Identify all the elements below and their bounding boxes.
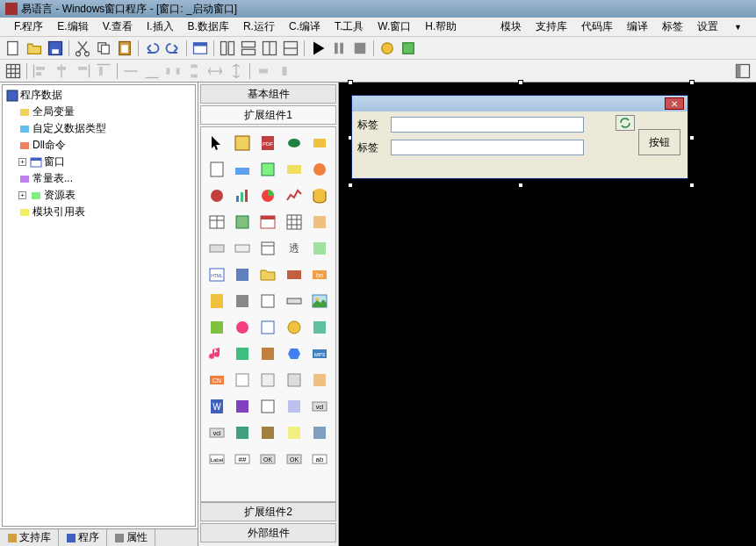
selection-handle[interactable] [518, 183, 523, 188]
tab-external-components[interactable]: 外部组件 [200, 523, 336, 542]
image-icon[interactable] [308, 289, 332, 313]
tab-property[interactable]: 属性 [107, 529, 155, 546]
right-settings[interactable]: 设置 [690, 18, 725, 36]
comp-icon-36[interactable] [205, 315, 228, 340]
menu-edit[interactable]: E.编辑 [50, 18, 95, 36]
comp-icon-25[interactable] [308, 236, 332, 261]
menu-insert[interactable]: I.插入 [140, 18, 181, 36]
comp-icon-27[interactable] [230, 262, 254, 287]
panel-dock-button[interactable] [733, 61, 752, 81]
calendar-icon[interactable] [256, 210, 280, 234]
form-designer[interactable]: ✕ 标签 标签 按钮 [351, 95, 688, 179]
new-button[interactable] [4, 39, 23, 58]
comp-icon-43[interactable] [256, 341, 280, 366]
comp-icon-31[interactable] [205, 289, 228, 313]
right-compile[interactable]: 编译 [620, 18, 655, 36]
menu-help[interactable]: H.帮助 [418, 18, 464, 36]
comp-icon-32[interactable] [230, 289, 254, 313]
paste-button[interactable] [115, 39, 134, 58]
same-width-button[interactable] [205, 61, 225, 81]
comp-icon-9[interactable] [282, 157, 306, 182]
layout1-button[interactable] [218, 39, 237, 58]
tree-item-res[interactable]: + 资源表 [4, 187, 193, 204]
menu-database[interactable]: B.数据库 [181, 18, 236, 36]
comp-icon-38[interactable] [256, 315, 280, 340]
comp-icon-23[interactable] [256, 236, 280, 261]
mp3-icon[interactable]: MP3 [308, 341, 332, 366]
tab-support[interactable]: 支持库 [0, 529, 59, 546]
menu-compile[interactable]: C.编译 [282, 18, 328, 36]
comp-icon-40[interactable] [308, 315, 332, 340]
comp-icon-59[interactable] [282, 420, 306, 445]
layout4-button[interactable] [281, 39, 300, 58]
align-center-h-button[interactable] [52, 61, 71, 81]
comp-icon-34[interactable] [282, 289, 306, 313]
menu-program[interactable]: F.程序 [7, 18, 50, 36]
comp-icon-21[interactable] [205, 236, 228, 261]
ok2-icon[interactable]: OK [282, 447, 306, 471]
comp-icon-39[interactable] [282, 315, 306, 340]
selection-handle[interactable] [348, 80, 353, 85]
comp-icon-48[interactable] [256, 368, 280, 392]
save-button[interactable] [46, 39, 65, 58]
html-icon[interactable]: HTML [205, 262, 228, 287]
comp-icon-14[interactable] [282, 183, 306, 208]
run-button[interactable] [308, 39, 328, 58]
align-top-button[interactable] [94, 61, 113, 81]
stop-button[interactable] [350, 39, 370, 58]
comp-icon-47[interactable] [230, 368, 254, 392]
word-icon[interactable]: W [205, 394, 228, 419]
comp-icon-7[interactable] [230, 157, 254, 182]
same-height-button[interactable] [227, 61, 246, 81]
grid-icon[interactable] [282, 210, 306, 234]
comp-icon-8[interactable] [256, 157, 280, 182]
cut-button[interactable] [73, 39, 92, 58]
menu-tools[interactable]: T.工具 [328, 18, 371, 36]
comp-icon-50[interactable] [308, 368, 332, 392]
ab-icon[interactable]: ab [308, 447, 332, 471]
vcl-icon[interactable]: vcl [308, 394, 332, 419]
vcl2-icon[interactable]: vcl [205, 420, 228, 445]
comp-icon-2[interactable] [230, 131, 254, 155]
form-button[interactable] [191, 39, 210, 58]
menu-run[interactable]: R.运行 [236, 18, 282, 36]
debug-button[interactable] [378, 39, 397, 58]
label-icon[interactable]: Label [205, 447, 228, 471]
tab-program[interactable]: 程序 [59, 529, 107, 546]
comp-icon-44[interactable] [282, 341, 306, 366]
comp-icon-17[interactable] [230, 210, 254, 234]
menu-view[interactable]: V.查看 [96, 18, 140, 36]
hash-icon[interactable]: ## [230, 447, 254, 471]
tab-basic-components[interactable]: 基本组件 [200, 84, 336, 104]
comp-icon-52[interactable] [230, 394, 254, 419]
project-tree[interactable]: 程序数据 全局变量 自定义数据类型 Dll命令 + 窗口 常量表... [2, 84, 196, 527]
comp-icon-53[interactable] [256, 394, 280, 419]
comp-icon-6[interactable] [205, 157, 228, 182]
form-input-2[interactable] [391, 140, 584, 155]
dropdown-icon[interactable]: ▼ [727, 21, 749, 33]
designer-canvas[interactable]: ✕ 标签 标签 按钮 [339, 83, 756, 546]
undo-button[interactable] [142, 39, 162, 58]
grid-button[interactable] [4, 61, 23, 81]
tree-item-mod[interactable]: 模块引用表 [4, 204, 193, 220]
comp-icon-29[interactable] [282, 262, 306, 287]
pointer-icon[interactable] [205, 131, 228, 155]
comp-icon-10[interactable] [308, 157, 332, 182]
chart-icon[interactable] [230, 183, 254, 208]
db-icon[interactable] [308, 183, 332, 208]
form-input-1[interactable] [391, 117, 584, 133]
copy-button[interactable] [94, 39, 113, 58]
comp-icon-60[interactable] [308, 420, 332, 445]
bn-icon[interactable]: bn [308, 262, 332, 287]
tab-ext-components-1[interactable]: 扩展组件1 [200, 105, 336, 125]
tree-item-dll[interactable]: Dll命令 [4, 137, 193, 154]
turtle-icon[interactable] [282, 131, 306, 155]
comp-icon-22[interactable] [230, 236, 254, 261]
right-tags[interactable]: 标签 [655, 18, 690, 36]
comp-icon-5[interactable] [308, 131, 332, 155]
comp-icon-49[interactable] [282, 368, 306, 392]
comp-icon-58[interactable] [256, 420, 280, 445]
close-button[interactable]: ✕ [665, 97, 684, 110]
right-codelib[interactable]: 代码库 [574, 18, 620, 36]
open-button[interactable] [25, 39, 44, 58]
